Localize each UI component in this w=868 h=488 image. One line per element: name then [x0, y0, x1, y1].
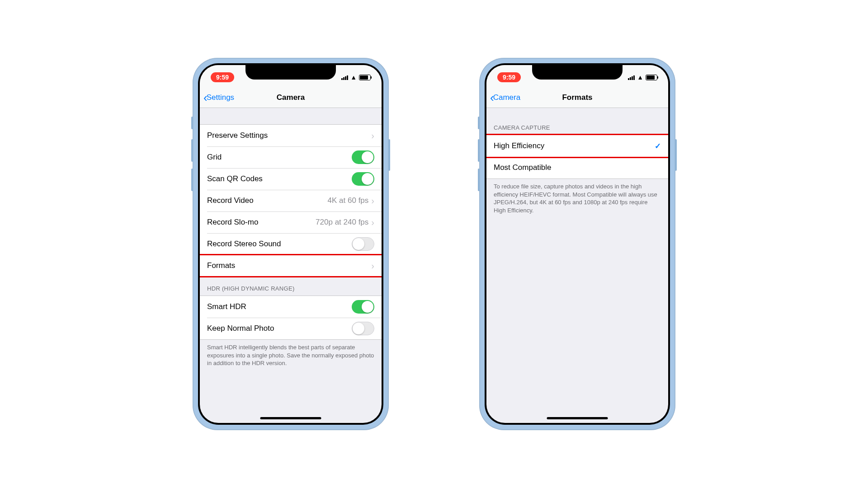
- smart-hdr-toggle[interactable]: [352, 300, 374, 314]
- content-area: Preserve Settings › Grid Scan QR Codes R…: [200, 108, 382, 423]
- row-record-slomo[interactable]: Record Slo-mo 720p at 240 fps ›: [200, 211, 382, 233]
- row-most-compatible[interactable]: Most Compatible: [486, 157, 668, 178]
- row-label: Preserve Settings: [207, 131, 268, 140]
- row-label: Formats: [207, 261, 235, 270]
- formats-group: High Efficiency ✓ Most Compatible: [486, 135, 668, 179]
- battery-icon: [646, 75, 657, 80]
- camera-settings-group: Preserve Settings › Grid Scan QR Codes R…: [200, 124, 382, 277]
- notch: [532, 65, 623, 80]
- row-smart-hdr[interactable]: Smart HDR: [200, 296, 382, 318]
- row-scan-qr[interactable]: Scan QR Codes: [200, 168, 382, 190]
- camera-capture-header: CAMERA CAPTURE: [486, 108, 668, 135]
- nav-bar: ‹ Settings Camera: [200, 88, 382, 108]
- content-area: CAMERA CAPTURE High Efficiency ✓ Most Co…: [486, 108, 668, 423]
- row-label: Record Slo-mo: [207, 218, 258, 227]
- row-keep-normal[interactable]: Keep Normal Photo: [200, 318, 382, 339]
- nav-back-button[interactable]: ‹ Camera: [486, 91, 520, 105]
- status-icons: ▲︎: [341, 74, 371, 81]
- row-grid[interactable]: Grid: [200, 146, 382, 168]
- status-time: 9:59: [497, 72, 521, 82]
- row-label: High Efficiency: [494, 141, 544, 150]
- wifi-icon: ▲︎: [637, 74, 643, 81]
- grid-toggle[interactable]: [352, 150, 374, 164]
- formats-footer-text: To reduce file size, capture photos and …: [486, 179, 668, 221]
- home-indicator[interactable]: [260, 417, 321, 419]
- stereo-toggle[interactable]: [352, 237, 374, 251]
- signal-icon: [628, 75, 635, 80]
- row-label: Scan QR Codes: [207, 174, 263, 183]
- status-icons: ▲︎: [628, 74, 657, 81]
- row-label: Smart HDR: [207, 302, 246, 311]
- phone-mockup-formats: 9:59 ▲︎ ‹ Camera Formats CAMERA CAPTURE: [479, 58, 675, 430]
- chevron-right-icon: ›: [371, 131, 374, 141]
- row-label: Record Stereo Sound: [207, 239, 281, 249]
- nav-back-label: Settings: [207, 93, 234, 102]
- row-value: 4K at 60 fps: [328, 196, 369, 205]
- row-high-efficiency[interactable]: High Efficiency ✓: [486, 135, 668, 157]
- nav-back-label: Camera: [493, 93, 520, 102]
- row-value: 720p at 240 fps: [316, 218, 368, 227]
- hdr-section-header: HDR (HIGH DYNAMIC RANGE): [200, 277, 382, 296]
- row-label: Keep Normal Photo: [207, 324, 274, 333]
- wifi-icon: ▲︎: [350, 74, 357, 81]
- hdr-group: Smart HDR Keep Normal Photo: [200, 296, 382, 340]
- nav-bar: ‹ Camera Formats: [486, 88, 668, 108]
- row-formats[interactable]: Formats ›: [200, 255, 382, 277]
- chevron-right-icon: ›: [371, 261, 374, 271]
- checkmark-icon: ✓: [655, 141, 661, 151]
- row-preserve-settings[interactable]: Preserve Settings ›: [200, 125, 382, 146]
- status-time: 9:59: [211, 72, 234, 82]
- row-label: Most Compatible: [494, 163, 552, 172]
- row-stereo-sound[interactable]: Record Stereo Sound: [200, 233, 382, 255]
- home-indicator[interactable]: [547, 417, 608, 419]
- chevron-right-icon: ›: [371, 217, 374, 228]
- row-label: Record Video: [207, 196, 254, 205]
- chevron-right-icon: ›: [371, 196, 374, 206]
- phone-mockup-camera: 9:59 ▲︎ ‹ Settings Camera Preserve: [193, 58, 389, 430]
- battery-icon: [359, 75, 371, 80]
- row-record-video[interactable]: Record Video 4K at 60 fps ›: [200, 190, 382, 211]
- scan-qr-toggle[interactable]: [352, 172, 374, 186]
- notch: [245, 65, 336, 80]
- hdr-footer-text: Smart HDR intelligently blends the best …: [200, 340, 382, 375]
- signal-icon: [341, 75, 348, 80]
- row-label: Grid: [207, 153, 222, 162]
- keep-normal-toggle[interactable]: [352, 322, 374, 335]
- nav-back-button[interactable]: ‹ Settings: [200, 91, 234, 105]
